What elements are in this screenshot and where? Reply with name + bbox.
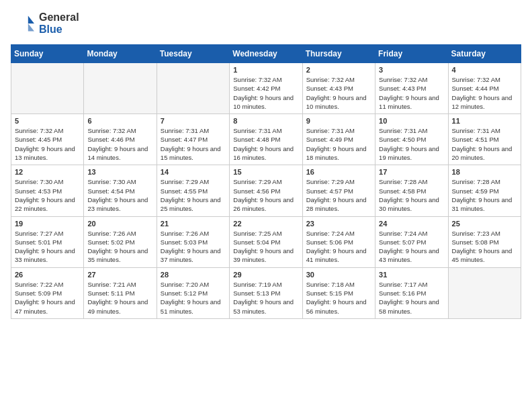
day-number: 20 (87, 220, 152, 228)
day-info: Sunrise: 7:21 AMSunset: 5:11 PMDaylight:… (87, 280, 152, 316)
day-number: 28 (161, 271, 226, 279)
day-info: Sunrise: 7:29 AMSunset: 4:55 PMDaylight:… (161, 177, 226, 213)
day-number: 2 (306, 66, 371, 74)
calendar-cell: 11Sunrise: 7:31 AMSunset: 4:51 PMDayligh… (448, 114, 521, 165)
day-number: 1 (233, 66, 298, 74)
day-info: Sunrise: 7:28 AMSunset: 4:59 PMDaylight:… (452, 177, 517, 213)
day-number: 25 (452, 220, 517, 228)
day-number: 14 (161, 168, 226, 176)
day-info: Sunrise: 7:25 AMSunset: 5:04 PMDaylight:… (233, 229, 298, 265)
weekday-header-wednesday: Wednesday (230, 45, 302, 63)
day-number: 10 (379, 117, 444, 125)
day-number: 27 (87, 271, 152, 279)
day-info: Sunrise: 7:30 AMSunset: 4:53 PMDaylight:… (15, 177, 80, 213)
day-info: Sunrise: 7:31 AMSunset: 4:48 PMDaylight:… (233, 126, 298, 162)
svg-marker-1 (28, 24, 34, 31)
day-number: 24 (379, 220, 444, 228)
day-info: Sunrise: 7:27 AMSunset: 5:01 PMDaylight:… (15, 229, 80, 265)
calendar-cell: 8Sunrise: 7:31 AMSunset: 4:48 PMDaylight… (230, 114, 302, 165)
day-info: Sunrise: 7:22 AMSunset: 5:09 PMDaylight:… (15, 280, 80, 316)
day-number: 16 (306, 168, 371, 176)
weekday-header-tuesday: Tuesday (157, 45, 229, 63)
day-number: 7 (161, 117, 226, 125)
calendar-cell: 19Sunrise: 7:27 AMSunset: 5:01 PMDayligh… (11, 216, 84, 267)
calendar-cell: 15Sunrise: 7:29 AMSunset: 4:56 PMDayligh… (230, 165, 302, 216)
day-info: Sunrise: 7:24 AMSunset: 5:06 PMDaylight:… (306, 229, 371, 265)
day-info: Sunrise: 7:32 AMSunset: 4:46 PMDaylight:… (87, 126, 152, 162)
calendar-cell: 16Sunrise: 7:29 AMSunset: 4:57 PMDayligh… (302, 165, 375, 216)
calendar-cell: 9Sunrise: 7:31 AMSunset: 4:49 PMDaylight… (302, 114, 375, 165)
logo: General Blue (11, 11, 79, 36)
weekday-header-thursday: Thursday (302, 45, 375, 63)
day-info: Sunrise: 7:30 AMSunset: 4:54 PMDaylight:… (87, 177, 152, 213)
day-info: Sunrise: 7:26 AMSunset: 5:03 PMDaylight:… (161, 229, 226, 265)
calendar-cell: 2Sunrise: 7:32 AMSunset: 4:43 PMDaylight… (302, 63, 375, 114)
calendar-cell (157, 63, 229, 114)
day-number: 3 (379, 66, 444, 74)
day-info: Sunrise: 7:17 AMSunset: 5:16 PMDaylight:… (379, 280, 444, 316)
day-number: 22 (233, 220, 298, 228)
calendar-cell: 12Sunrise: 7:30 AMSunset: 4:53 PMDayligh… (11, 165, 84, 216)
calendar-cell: 10Sunrise: 7:31 AMSunset: 4:50 PMDayligh… (375, 114, 448, 165)
week-row-1: 1Sunrise: 7:32 AMSunset: 4:42 PMDaylight… (11, 63, 521, 114)
week-row-4: 19Sunrise: 7:27 AMSunset: 5:01 PMDayligh… (11, 216, 521, 267)
week-row-5: 26Sunrise: 7:22 AMSunset: 5:09 PMDayligh… (11, 267, 521, 318)
calendar-cell: 20Sunrise: 7:26 AMSunset: 5:02 PMDayligh… (84, 216, 157, 267)
day-number: 19 (15, 220, 80, 228)
calendar-cell: 22Sunrise: 7:25 AMSunset: 5:04 PMDayligh… (230, 216, 302, 267)
calendar-table: SundayMondayTuesdayWednesdayThursdayFrid… (11, 44, 521, 319)
day-number: 5 (15, 117, 80, 125)
calendar-cell: 5Sunrise: 7:32 AMSunset: 4:45 PMDaylight… (11, 114, 84, 165)
day-info: Sunrise: 7:19 AMSunset: 5:13 PMDaylight:… (233, 280, 298, 316)
day-info: Sunrise: 7:26 AMSunset: 5:02 PMDaylight:… (87, 229, 152, 265)
day-number: 29 (233, 271, 298, 279)
calendar-cell: 4Sunrise: 7:32 AMSunset: 4:44 PMDaylight… (448, 63, 521, 114)
weekday-header-monday: Monday (84, 45, 157, 63)
week-row-2: 5Sunrise: 7:32 AMSunset: 4:45 PMDaylight… (11, 114, 521, 165)
day-info: Sunrise: 7:32 AMSunset: 4:43 PMDaylight:… (306, 75, 371, 111)
calendar-cell: 26Sunrise: 7:22 AMSunset: 5:09 PMDayligh… (11, 267, 84, 318)
calendar-cell: 27Sunrise: 7:21 AMSunset: 5:11 PMDayligh… (84, 267, 157, 318)
calendar-cell: 31Sunrise: 7:17 AMSunset: 5:16 PMDayligh… (375, 267, 448, 318)
day-number: 6 (87, 117, 152, 125)
calendar-cell: 18Sunrise: 7:28 AMSunset: 4:59 PMDayligh… (448, 165, 521, 216)
weekday-header-sunday: Sunday (11, 45, 84, 63)
calendar-cell: 29Sunrise: 7:19 AMSunset: 5:13 PMDayligh… (230, 267, 302, 318)
calendar-cell: 30Sunrise: 7:18 AMSunset: 5:15 PMDayligh… (302, 267, 375, 318)
day-info: Sunrise: 7:29 AMSunset: 4:57 PMDaylight:… (306, 177, 371, 213)
calendar-cell: 13Sunrise: 7:30 AMSunset: 4:54 PMDayligh… (84, 165, 157, 216)
calendar-cell: 7Sunrise: 7:31 AMSunset: 4:47 PMDaylight… (157, 114, 229, 165)
week-row-3: 12Sunrise: 7:30 AMSunset: 4:53 PMDayligh… (11, 165, 521, 216)
calendar-cell (448, 267, 521, 318)
day-number: 15 (233, 168, 298, 176)
day-number: 17 (379, 168, 444, 176)
logo-blue-text: Blue (39, 24, 79, 36)
calendar-cell: 24Sunrise: 7:24 AMSunset: 5:07 PMDayligh… (375, 216, 448, 267)
logo-general-text: General (39, 11, 79, 24)
calendar-cell: 17Sunrise: 7:28 AMSunset: 4:58 PMDayligh… (375, 165, 448, 216)
day-info: Sunrise: 7:28 AMSunset: 4:58 PMDaylight:… (379, 177, 444, 213)
day-number: 31 (379, 271, 444, 279)
calendar-cell: 25Sunrise: 7:23 AMSunset: 5:08 PMDayligh… (448, 216, 521, 267)
weekday-header-row: SundayMondayTuesdayWednesdayThursdayFrid… (11, 45, 521, 63)
day-info: Sunrise: 7:31 AMSunset: 4:47 PMDaylight:… (161, 126, 226, 162)
calendar-cell: 14Sunrise: 7:29 AMSunset: 4:55 PMDayligh… (157, 165, 229, 216)
page-header: General Blue (11, 11, 521, 36)
calendar-cell: 21Sunrise: 7:26 AMSunset: 5:03 PMDayligh… (157, 216, 229, 267)
day-number: 13 (87, 168, 152, 176)
svg-marker-0 (28, 16, 34, 24)
calendar-cell: 28Sunrise: 7:20 AMSunset: 5:12 PMDayligh… (157, 267, 229, 318)
day-number: 4 (452, 66, 517, 74)
calendar-cell: 6Sunrise: 7:32 AMSunset: 4:46 PMDaylight… (84, 114, 157, 165)
day-number: 11 (452, 117, 517, 125)
day-info: Sunrise: 7:24 AMSunset: 5:07 PMDaylight:… (379, 229, 444, 265)
day-number: 18 (452, 168, 517, 176)
day-info: Sunrise: 7:23 AMSunset: 5:08 PMDaylight:… (452, 229, 517, 265)
calendar-cell (11, 63, 84, 114)
day-number: 8 (233, 117, 298, 125)
day-info: Sunrise: 7:32 AMSunset: 4:43 PMDaylight:… (379, 75, 444, 111)
weekday-header-friday: Friday (375, 45, 448, 63)
calendar-cell: 1Sunrise: 7:32 AMSunset: 4:42 PMDaylight… (230, 63, 302, 114)
day-number: 12 (15, 168, 80, 176)
day-number: 23 (306, 220, 371, 228)
